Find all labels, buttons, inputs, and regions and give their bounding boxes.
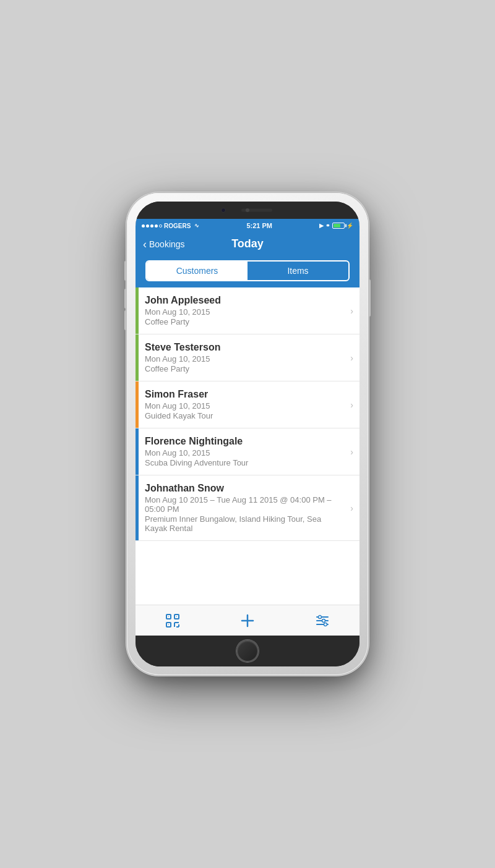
item-content: John Appleseed Mon Aug 10, 2015 Coffee P… bbox=[139, 287, 350, 334]
service-name: Coffee Party bbox=[145, 364, 345, 373]
list-item[interactable]: Johnathan Snow Mon Aug 10 2015 – Tue Aug… bbox=[136, 475, 359, 541]
add-icon bbox=[241, 614, 254, 628]
battery-indicator bbox=[332, 223, 345, 229]
status-bar: ROGERS ∿ 5:21 PM ▶ ⚭ ⚡ bbox=[136, 219, 359, 232]
svg-point-15 bbox=[318, 615, 321, 618]
wifi-icon: ∿ bbox=[194, 223, 199, 229]
booking-date: Mon Aug 10, 2015 bbox=[145, 401, 345, 411]
customer-name: Simon Fraser bbox=[145, 389, 345, 400]
booking-date: Mon Aug 10, 2015 bbox=[145, 307, 345, 317]
segment-inner: Customers Items bbox=[145, 260, 350, 281]
svg-point-17 bbox=[324, 623, 327, 626]
svg-point-16 bbox=[322, 619, 325, 622]
camera bbox=[221, 208, 226, 213]
home-button-area bbox=[136, 636, 359, 666]
signal-dot-2 bbox=[146, 224, 149, 228]
screen: ROGERS ∿ 5:21 PM ▶ ⚭ ⚡ ‹ Bookings bbox=[136, 219, 359, 636]
booking-date: Mon Aug 10, 2015 bbox=[145, 448, 345, 457]
item-content: Simon Fraser Mon Aug 10, 2015 Guided Kay… bbox=[139, 381, 350, 428]
carrier-label: ROGERS bbox=[164, 223, 191, 229]
list-item[interactable]: John Appleseed Mon Aug 10, 2015 Coffee P… bbox=[136, 287, 359, 334]
segment-control: Customers Items bbox=[136, 257, 359, 287]
home-button[interactable] bbox=[236, 640, 259, 662]
status-right: ▶ ⚭ ⚡ bbox=[319, 223, 353, 229]
list-item[interactable]: Steve Testerson Mon Aug 10, 2015 Coffee … bbox=[136, 334, 359, 381]
navigation-bar: ‹ Bookings Today bbox=[136, 232, 359, 257]
signal-bars bbox=[142, 224, 162, 228]
phone-top-hardware bbox=[136, 202, 359, 219]
service-name: Guided Kayak Tour bbox=[145, 411, 345, 420]
item-content: Johnathan Snow Mon Aug 10 2015 – Tue Aug… bbox=[139, 475, 350, 540]
row-chevron-icon: › bbox=[350, 287, 359, 334]
status-left: ROGERS ∿ bbox=[142, 223, 199, 229]
list-item[interactable]: Florence Nightingale Mon Aug 10, 2015 Sc… bbox=[136, 428, 359, 475]
add-button[interactable] bbox=[235, 608, 260, 633]
battery-fill bbox=[334, 224, 340, 228]
back-chevron-icon: ‹ bbox=[143, 239, 147, 250]
bottom-toolbar bbox=[136, 605, 359, 636]
customer-name: John Appleseed bbox=[145, 295, 345, 306]
bookings-list: John Appleseed Mon Aug 10, 2015 Coffee P… bbox=[136, 287, 359, 605]
service-name: Coffee Party bbox=[145, 317, 345, 326]
signal-dot-1 bbox=[142, 224, 145, 228]
phone-screen-container: ROGERS ∿ 5:21 PM ▶ ⚭ ⚡ ‹ Bookings bbox=[136, 202, 359, 666]
customer-name: Florence Nightingale bbox=[145, 436, 345, 447]
scan-icon bbox=[166, 614, 179, 628]
list-item[interactable]: Simon Fraser Mon Aug 10, 2015 Guided Kay… bbox=[136, 381, 359, 428]
row-chevron-icon: › bbox=[350, 428, 359, 475]
filter-button[interactable] bbox=[310, 608, 335, 633]
row-chevron-icon: › bbox=[350, 475, 359, 540]
sliders-icon bbox=[316, 614, 329, 628]
phone-device: ROGERS ∿ 5:21 PM ▶ ⚭ ⚡ ‹ Bookings bbox=[127, 193, 368, 675]
tab-items[interactable]: Items bbox=[248, 262, 348, 280]
signal-dot-4 bbox=[155, 224, 158, 228]
row-chevron-icon: › bbox=[350, 334, 359, 381]
back-label: Bookings bbox=[149, 239, 185, 249]
svg-rect-5 bbox=[168, 624, 169, 625]
booking-date: Mon Aug 10 2015 – Tue Aug 11 2015 @ 04:0… bbox=[145, 495, 345, 514]
row-chevron-icon: › bbox=[350, 381, 359, 428]
service-name: Premium Inner Bungalow, Island Hiking To… bbox=[145, 514, 345, 533]
item-content: Florence Nightingale Mon Aug 10, 2015 Sc… bbox=[139, 428, 350, 475]
page-title: Today bbox=[231, 237, 264, 250]
svg-rect-4 bbox=[176, 616, 177, 617]
customer-name: Steve Testerson bbox=[145, 342, 345, 353]
scan-button[interactable] bbox=[160, 608, 185, 633]
location-icon: ▶ bbox=[319, 223, 324, 229]
charging-icon: ⚡ bbox=[346, 223, 353, 229]
signal-dot-5 bbox=[159, 224, 162, 228]
service-name: Scuba Diving Adventure Tour bbox=[145, 458, 345, 467]
booking-date: Mon Aug 10, 2015 bbox=[145, 354, 345, 364]
sensor-dot bbox=[246, 208, 249, 212]
signal-dot-3 bbox=[150, 224, 153, 228]
svg-rect-3 bbox=[168, 616, 169, 617]
status-time: 5:21 PM bbox=[246, 222, 272, 229]
tab-customers[interactable]: Customers bbox=[147, 262, 248, 280]
customer-name: Johnathan Snow bbox=[145, 483, 345, 494]
bluetooth-icon: ⚭ bbox=[325, 223, 330, 229]
item-content: Steve Testerson Mon Aug 10, 2015 Coffee … bbox=[139, 334, 350, 381]
back-button[interactable]: ‹ Bookings bbox=[143, 239, 185, 250]
